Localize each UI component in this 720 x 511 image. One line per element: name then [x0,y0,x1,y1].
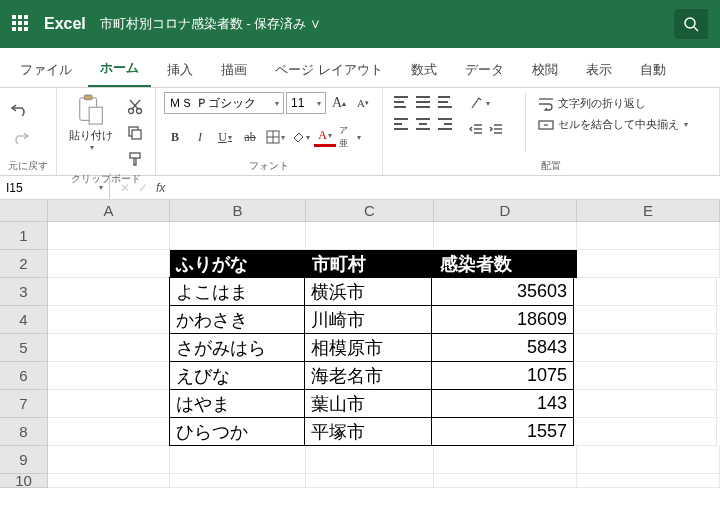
col-header[interactable]: B [170,200,306,222]
fill-color-button[interactable]: ▾ [289,126,311,148]
align-top-button[interactable] [391,92,411,112]
data-cell[interactable]: 川崎市 [304,305,432,334]
col-header[interactable]: E [577,200,720,222]
tab-draw[interactable]: 描画 [209,51,259,87]
col-header[interactable]: D [434,200,577,222]
font-color-button[interactable]: A▾ [314,128,336,147]
row-header[interactable]: 1 [0,222,48,250]
cell[interactable] [577,250,720,278]
header-cell[interactable]: ふりがな [170,250,306,278]
row-header[interactable]: 8 [0,418,48,446]
cell[interactable] [306,474,434,488]
tab-automate[interactable]: 自動 [628,51,678,87]
row-header[interactable]: 4 [0,306,48,334]
app-launcher-icon[interactable] [12,15,30,33]
cell[interactable] [434,474,577,488]
data-cell[interactable]: 5843 [431,333,574,362]
cell[interactable] [574,362,717,390]
cell[interactable] [170,446,306,474]
merge-center-button[interactable]: セルを結合して中央揃え▾ [538,117,688,132]
cell[interactable] [306,446,434,474]
data-cell[interactable]: 平塚市 [304,417,432,446]
increase-indent-button[interactable] [487,118,505,140]
row-header[interactable]: 7 [0,390,48,418]
align-middle-button[interactable] [413,92,433,112]
cell[interactable] [577,474,720,488]
cell[interactable] [48,306,170,334]
cell[interactable] [574,390,717,418]
align-right-button[interactable] [435,114,455,134]
redo-button[interactable] [8,126,32,148]
cell[interactable] [434,446,577,474]
data-cell[interactable]: えびな [169,361,305,390]
col-header[interactable]: A [48,200,170,222]
row-header[interactable]: 5 [0,334,48,362]
data-cell[interactable]: 横浜市 [304,277,432,306]
select-all-corner[interactable] [0,200,48,222]
cell[interactable] [574,278,717,306]
data-cell[interactable]: 葉山市 [304,389,432,418]
italic-button[interactable]: I [189,126,211,148]
row-header[interactable]: 9 [0,446,48,474]
align-center-button[interactable] [413,114,433,134]
header-cell[interactable]: 市町村 [306,250,434,278]
cell[interactable] [48,362,170,390]
decrease-font-button[interactable]: A▾ [352,92,374,114]
worksheet[interactable]: A B C D E 1 2ふりがな市町村感染者数 3よこはま横浜市35603 4… [0,200,720,488]
data-cell[interactable]: さがみはら [169,333,305,362]
font-name-select[interactable]: ＭＳ Ｐゴシック▾ [164,92,284,114]
data-cell[interactable]: 35603 [431,277,574,306]
data-cell[interactable]: かわさき [169,305,305,334]
data-cell[interactable]: 相模原市 [304,333,432,362]
cell[interactable] [574,306,717,334]
document-name[interactable]: 市町村別コロナ感染者数 - 保存済み ∨ [100,15,321,33]
data-cell[interactable]: ひらつか [169,417,305,446]
cell[interactable] [48,390,170,418]
data-cell[interactable]: よこはま [169,277,305,306]
cell[interactable] [48,334,170,362]
tab-file[interactable]: ファイル [8,51,84,87]
cell[interactable] [577,446,720,474]
underline-button[interactable]: U▾ [214,126,236,148]
tab-page-layout[interactable]: ページ レイアウト [263,51,395,87]
align-left-button[interactable] [391,114,411,134]
cell[interactable] [574,418,717,446]
data-cell[interactable]: 18609 [431,305,574,334]
cell[interactable] [306,222,434,250]
paste-button[interactable]: 貼り付け ▾ [65,92,117,154]
cell[interactable] [48,474,170,488]
data-cell[interactable]: 1557 [431,417,574,446]
tab-formulas[interactable]: 数式 [399,51,449,87]
row-header[interactable]: 2 [0,250,48,278]
search-button[interactable] [674,9,708,39]
data-cell[interactable]: はやま [169,389,305,418]
data-cell[interactable]: 1075 [431,361,574,390]
font-size-select[interactable]: 11▾ [286,92,326,114]
cell[interactable] [170,222,306,250]
data-cell[interactable]: 143 [431,389,574,418]
tab-view[interactable]: 表示 [574,51,624,87]
format-painter-button[interactable] [123,148,147,170]
enter-icon[interactable]: ✓ [138,181,148,195]
increase-font-button[interactable]: A▴ [328,92,350,114]
cell[interactable] [574,334,717,362]
cell[interactable] [170,474,306,488]
cell[interactable] [48,222,170,250]
cell[interactable] [48,418,170,446]
cell[interactable] [48,250,170,278]
bold-button[interactable]: B [164,126,186,148]
undo-button[interactable] [8,98,32,120]
fx-icon[interactable]: fx [156,181,165,195]
row-header[interactable]: 10 [0,474,48,488]
cell[interactable] [577,222,720,250]
cut-button[interactable] [123,96,147,118]
copy-button[interactable] [123,122,147,144]
border-button[interactable]: ▾ [264,126,286,148]
tab-review[interactable]: 校閲 [520,51,570,87]
tab-home[interactable]: ホーム [88,49,151,87]
col-header[interactable]: C [306,200,434,222]
cell[interactable] [48,446,170,474]
align-bottom-button[interactable] [435,92,455,112]
wrap-text-button[interactable]: 文字列の折り返し [538,96,688,111]
name-box[interactable]: I15▾ [0,177,110,199]
